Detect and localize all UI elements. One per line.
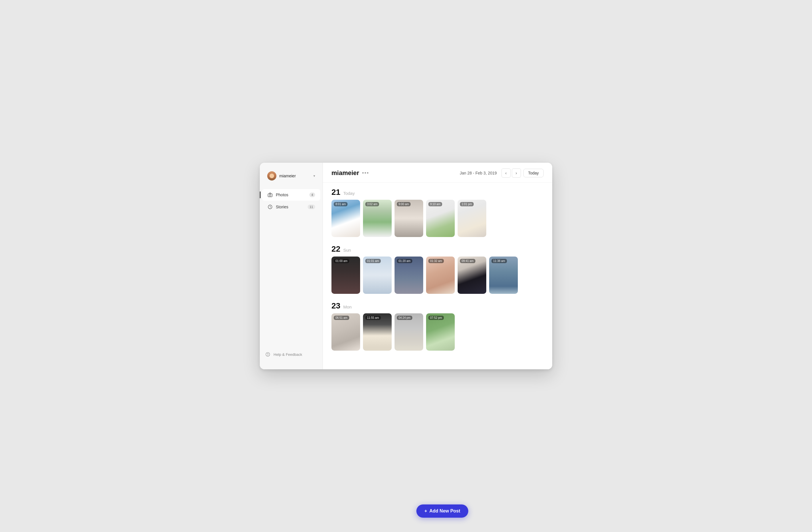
- post-time: 11:55 am: [365, 316, 381, 320]
- main-content: miameier ••• Jan 28 - Feb 3, 2019 ‹ › To…: [323, 163, 552, 369]
- post-time: 06:51 am: [334, 316, 349, 320]
- post-time: 3:02 am: [365, 202, 379, 206]
- post-time: 01:20 am: [397, 259, 412, 263]
- post-card[interactable]: 1:01 pm: [458, 200, 486, 237]
- more-options-icon[interactable]: •••: [362, 170, 369, 176]
- svg-point-4: [268, 355, 268, 355]
- post-card[interactable]: 9:00 am: [394, 200, 423, 237]
- post-card[interactable]: 11:55 am: [363, 313, 392, 351]
- post-time: 01:00 am: [334, 259, 349, 263]
- chevron-down-icon: ▾: [314, 174, 315, 178]
- today-button[interactable]: Today: [523, 169, 543, 177]
- sidebar-item-label-stories: Stories: [276, 205, 308, 209]
- post-card[interactable]: 8:01 am: [331, 200, 360, 237]
- post-card[interactable]: 11:38 am: [489, 256, 518, 294]
- day-header: 21Today: [331, 188, 543, 196]
- posts-row: 8:01 am3:02 am9:00 am9:10 am1:01 pm: [331, 200, 543, 237]
- main-wrapper: miameier ••• Jan 28 - Feb 3, 2019 ‹ › To…: [323, 163, 552, 369]
- day-header: 23Mon: [331, 302, 543, 310]
- day-name: Sun: [343, 248, 351, 253]
- next-week-button[interactable]: ›: [512, 168, 521, 178]
- post-card[interactable]: 06:51 am: [331, 313, 360, 351]
- sidebar-item-label-photos: Photos: [276, 193, 309, 197]
- post-time: 01:32 am: [429, 259, 444, 263]
- post-card[interactable]: 04:24 pm: [394, 313, 423, 351]
- posts-row: 06:51 am11:55 am04:24 pm07:52 pm: [331, 313, 543, 351]
- day-header: 22Sun: [331, 245, 543, 253]
- day-number: 21: [331, 188, 340, 196]
- post-card[interactable]: 01:32 am: [426, 256, 455, 294]
- post-time: 09:41 am: [460, 259, 475, 263]
- avatar: [267, 171, 276, 181]
- sidebar-item-stories[interactable]: Stories 11: [262, 201, 320, 213]
- calendar-scroll[interactable]: 21Today8:01 am3:02 am9:00 am9:10 am1:01 …: [323, 182, 552, 369]
- post-time: 11:38 am: [491, 259, 507, 263]
- posts-row: 01:00 am01:01 am01:20 am01:32 am09:41 am…: [331, 256, 543, 294]
- help-icon: [265, 351, 271, 357]
- svg-point-1: [269, 195, 271, 196]
- post-card[interactable]: 9:10 am: [426, 200, 455, 237]
- camera-icon: [267, 192, 273, 198]
- date-range: Jan 28 - Feb 3, 2019: [460, 171, 497, 175]
- post-time: 07:52 pm: [429, 316, 444, 320]
- post-card[interactable]: 01:00 am: [331, 256, 360, 294]
- post-card[interactable]: 07:52 pm: [426, 313, 455, 351]
- sidebar-item-photos[interactable]: Photos 4: [262, 189, 320, 200]
- clock-icon: [267, 204, 273, 210]
- post-time: 8:01 am: [334, 202, 348, 206]
- stories-badge: 11: [308, 205, 315, 209]
- post-card[interactable]: 09:41 am: [458, 256, 486, 294]
- photos-badge: 4: [309, 193, 315, 197]
- prev-week-button[interactable]: ‹: [502, 168, 511, 178]
- day-number: 23: [331, 302, 340, 310]
- day-number: 22: [331, 245, 340, 253]
- post-time: 9:10 am: [429, 202, 442, 206]
- post-card[interactable]: 01:20 am: [394, 256, 423, 294]
- help-feedback-button[interactable]: Help & Feedback: [265, 350, 317, 359]
- page-title: miameier: [331, 169, 359, 177]
- main-header: miameier ••• Jan 28 - Feb 3, 2019 ‹ › To…: [323, 163, 552, 182]
- sidebar-nav: Photos 4 Stories 11: [260, 188, 322, 345]
- day-section-22: 22Sun01:00 am01:01 am01:20 am01:32 am09:…: [331, 245, 543, 294]
- account-selector[interactable]: miameier ▾: [262, 168, 320, 183]
- help-label: Help & Feedback: [274, 352, 302, 357]
- post-card[interactable]: 01:01 am: [363, 256, 392, 294]
- day-name: Mon: [343, 305, 351, 309]
- day-section-21: 21Today8:01 am3:02 am9:00 am9:10 am1:01 …: [331, 188, 543, 237]
- day-name: Today: [343, 191, 355, 196]
- post-card[interactable]: 3:02 am: [363, 200, 392, 237]
- account-name: miameier: [279, 173, 314, 178]
- day-section-23: 23Mon06:51 am11:55 am04:24 pm07:52 pm: [331, 302, 543, 351]
- sidebar: miameier ▾ Photos 4: [260, 163, 323, 369]
- post-time: 04:24 pm: [397, 316, 412, 320]
- post-time: 01:01 am: [365, 259, 381, 263]
- post-time: 9:00 am: [397, 202, 410, 206]
- sidebar-footer: Help & Feedback: [260, 345, 322, 364]
- post-time: 1:01 pm: [460, 202, 474, 206]
